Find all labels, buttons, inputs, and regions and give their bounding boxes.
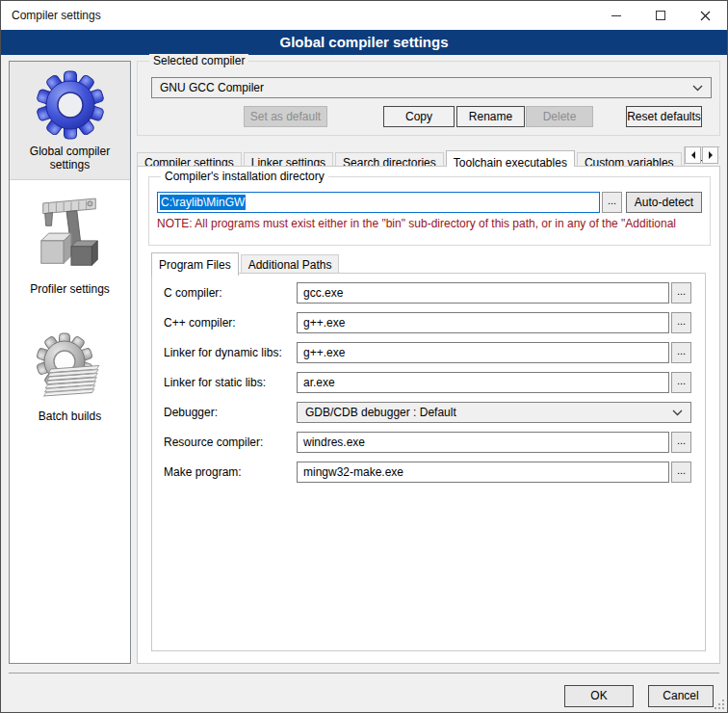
make-program-browse-button[interactable]: ... xyxy=(671,462,691,483)
dynamic-linker-input[interactable] xyxy=(297,342,669,363)
copy-button[interactable]: Copy xyxy=(383,106,455,127)
arrow-right-icon xyxy=(707,150,715,160)
cpp-compiler-input[interactable] xyxy=(297,312,669,333)
main-content: Selected compiler GNU GCC Compiler Set a… xyxy=(137,61,720,664)
cancel-button[interactable]: Cancel xyxy=(648,685,714,707)
make-program-label: Make program: xyxy=(164,465,297,479)
bin-subdirectory-note: NOTE: All programs must exist either in … xyxy=(157,217,708,230)
dynamic-linker-row: Linker for dynamic libs: ... xyxy=(164,342,691,363)
static-linker-row: Linker for static libs: ... xyxy=(164,372,691,393)
resize-grip[interactable] xyxy=(715,700,724,709)
rename-button[interactable]: Rename xyxy=(456,106,525,127)
ok-button[interactable]: OK xyxy=(564,685,634,707)
cpp-compiler-label: C++ compiler: xyxy=(164,316,297,330)
debugger-row: Debugger: GDB/CDB debugger : Default xyxy=(164,402,691,423)
resource-compiler-row: Resource compiler: ... xyxy=(164,432,691,453)
installation-directory-input[interactable]: C:\raylib\MinGW xyxy=(157,192,600,213)
tab-search-directories[interactable]: Search directories xyxy=(335,152,444,167)
cpp-compiler-row: C++ compiler: ... xyxy=(164,312,691,333)
tab-linker-settings[interactable]: Linker settings xyxy=(244,152,333,167)
installation-directory-group-label: Compiler's installation directory xyxy=(161,170,328,183)
selected-compiler-value: GNU GCC Compiler xyxy=(160,81,692,94)
static-linker-label: Linker for static libs: xyxy=(164,376,297,389)
sidebar-item-profiler-settings[interactable]: Profiler settings xyxy=(10,188,130,296)
installation-directory-row: C:\raylib\MinGW ... Auto-detect xyxy=(157,192,702,213)
dialog-banner: Global compiler settings xyxy=(1,30,727,55)
c-compiler-label: C compiler: xyxy=(164,286,297,300)
chevron-down-icon xyxy=(672,409,683,416)
sidebar-item-label: Profiler settings xyxy=(26,282,114,296)
make-program-row: Make program: ... xyxy=(164,462,691,483)
debugger-dropdown[interactable]: GDB/CDB debugger : Default xyxy=(297,402,691,423)
auto-detect-button[interactable]: Auto-detect xyxy=(626,192,702,213)
program-files-page: C compiler: ... C++ compiler: ... Linker… xyxy=(151,273,706,651)
maximize-icon xyxy=(656,11,665,20)
blue-gear-icon xyxy=(35,69,106,141)
settings-tab-strip: Compiler settingsLinker settingsSearch d… xyxy=(137,144,720,167)
selected-compiler-group-label: Selected compiler xyxy=(149,54,248,67)
minimize-button[interactable] xyxy=(594,1,638,30)
installation-directory-selected-text: C:\raylib\MinGW xyxy=(160,195,246,210)
arrow-left-icon xyxy=(689,150,697,160)
static-linker-input[interactable] xyxy=(297,372,669,393)
footer-separator xyxy=(9,673,719,673)
compiler-settings-dialog: Compiler settings Global compiler settin… xyxy=(0,0,728,713)
minimize-icon xyxy=(611,15,621,16)
debugger-label: Debugger: xyxy=(164,406,297,419)
tab-toolchain-executables[interactable]: Toolchain executables xyxy=(446,150,575,167)
dynamic-linker-browse-button[interactable]: ... xyxy=(671,342,691,363)
cpp-compiler-browse-button[interactable]: ... xyxy=(671,312,691,333)
program-files-tab-strip: Program FilesAdditional Paths xyxy=(151,251,706,274)
caption-buttons xyxy=(594,1,727,30)
make-program-input[interactable] xyxy=(297,462,669,483)
caliper-icon xyxy=(34,196,107,278)
dynamic-linker-label: Linker for dynamic libs: xyxy=(164,346,297,359)
c-compiler-input[interactable] xyxy=(297,282,669,304)
selected-compiler-group: Selected compiler GNU GCC Compiler Set a… xyxy=(137,61,720,136)
title-bar: Compiler settings xyxy=(1,1,727,30)
sidebar-item-label: Global compiler settings xyxy=(10,145,130,172)
debugger-value: GDB/CDB debugger : Default xyxy=(305,406,672,419)
resource-compiler-label: Resource compiler: xyxy=(164,436,297,449)
resource-compiler-input[interactable] xyxy=(297,432,669,453)
sidebar-item-global-compiler-settings[interactable]: Global compiler settings xyxy=(10,62,130,180)
installation-directory-browse-button[interactable]: ... xyxy=(602,192,622,213)
selected-compiler-dropdown[interactable]: GNU GCC Compiler xyxy=(151,77,712,98)
maximize-button[interactable] xyxy=(638,1,683,30)
c-compiler-browse-button[interactable]: ... xyxy=(671,282,691,304)
static-linker-browse-button[interactable]: ... xyxy=(671,372,691,393)
sidebar-item-label: Batch builds xyxy=(35,409,105,423)
tab-scroll-buttons xyxy=(685,146,718,164)
tab-program-files[interactable]: Program Files xyxy=(151,252,239,276)
window-title: Compiler settings xyxy=(1,9,101,22)
tab-compiler-settings[interactable]: Compiler settings xyxy=(137,152,242,167)
installation-directory-group: Compiler's installation directory C:\ray… xyxy=(148,176,711,246)
tab-custom-variables[interactable]: Custom variables xyxy=(577,152,682,167)
delete-button[interactable]: Delete xyxy=(526,106,593,127)
tab-additional-paths[interactable]: Additional Paths xyxy=(241,254,340,275)
close-icon xyxy=(700,11,711,21)
toolchain-executables-page: Compiler's installation directory C:\ray… xyxy=(137,166,720,664)
chevron-down-icon xyxy=(692,85,703,92)
tab-scroll-left-button[interactable] xyxy=(685,146,701,164)
gray-gear-stack-icon xyxy=(34,332,107,406)
set-as-default-button[interactable]: Set as default xyxy=(244,106,327,127)
tab-scroll-right-button[interactable] xyxy=(702,146,718,164)
resource-compiler-browse-button[interactable]: ... xyxy=(671,432,691,453)
c-compiler-row: C compiler: ... xyxy=(164,282,691,304)
sidebar-item-batch-builds[interactable]: Batch builds xyxy=(10,325,130,423)
settings-category-list: Global compiler settings Profiler settin… xyxy=(9,61,131,664)
close-button[interactable] xyxy=(683,1,727,30)
reset-defaults-button[interactable]: Reset defaults xyxy=(626,106,702,127)
